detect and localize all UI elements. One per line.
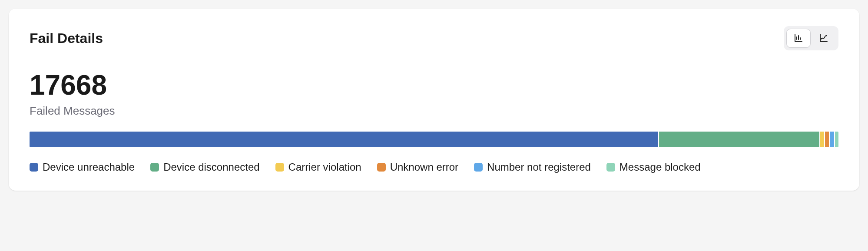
line-chart-icon (818, 33, 829, 44)
failed-messages-label: Failed Messages (30, 104, 838, 118)
chart-view-toggle-group (784, 26, 838, 50)
legend-swatch (150, 163, 159, 172)
legend-label: Device unreachable (43, 161, 135, 173)
legend-label: Device disconnected (163, 161, 259, 173)
legend-label: Message blocked (620, 161, 701, 173)
legend-swatch (377, 163, 386, 172)
bar-segment (830, 132, 834, 147)
chart-legend: Device unreachableDevice disconnectedCar… (30, 161, 838, 173)
bar-segment (820, 132, 824, 147)
legend-swatch (275, 163, 284, 172)
line-chart-view-button[interactable] (812, 29, 836, 48)
legend-label: Number not registered (487, 161, 591, 173)
bar-chart-view-button[interactable] (786, 29, 811, 48)
card-header-row: Fail Details (30, 26, 838, 50)
fail-breakdown-stacked-bar (30, 132, 838, 147)
fail-details-card: Fail Details (9, 9, 859, 191)
legend-item[interactable]: Device unreachable (30, 161, 135, 173)
legend-label: Unknown error (390, 161, 458, 173)
legend-label: Carrier violation (288, 161, 361, 173)
bar-segment (825, 132, 829, 147)
legend-item[interactable]: Device disconnected (150, 161, 259, 173)
failed-messages-count: 17668 (30, 71, 838, 99)
legend-item[interactable]: Unknown error (377, 161, 458, 173)
bar-segment (30, 132, 658, 147)
legend-item[interactable]: Carrier violation (275, 161, 361, 173)
bar-segment (835, 132, 838, 147)
bar-chart-icon (793, 33, 804, 44)
legend-swatch (474, 163, 483, 172)
legend-item[interactable]: Number not registered (474, 161, 591, 173)
bar-segment (659, 132, 819, 147)
legend-swatch (606, 163, 615, 172)
legend-swatch (30, 163, 38, 172)
card-title: Fail Details (30, 30, 103, 46)
legend-item[interactable]: Message blocked (606, 161, 701, 173)
